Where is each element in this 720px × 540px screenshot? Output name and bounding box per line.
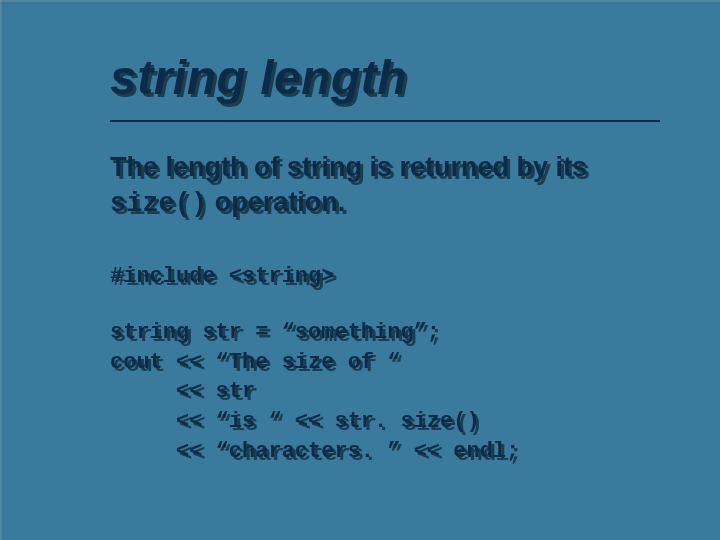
code-block: #include <string> string str = “somethin… bbox=[110, 262, 660, 466]
slide: string length The length of string is re… bbox=[0, 0, 720, 540]
body-period: . bbox=[338, 187, 346, 217]
code-line-5: << “characters. ” << endl; bbox=[110, 439, 519, 464]
body-text-1: The length of string is returned by its bbox=[110, 152, 587, 182]
code-line-3: << str bbox=[110, 379, 255, 404]
body-code-inline: size() bbox=[110, 189, 207, 219]
body-text-2: operation bbox=[207, 187, 338, 217]
code-line-1: string str = “something”; bbox=[110, 320, 440, 345]
slide-title: string length bbox=[110, 50, 660, 105]
body-paragraph: The length of string is returned by its … bbox=[110, 150, 660, 222]
code-line-2: cout << “The size of “ bbox=[110, 350, 400, 375]
slide-content: string length The length of string is re… bbox=[0, 0, 720, 466]
bevel-left bbox=[0, 0, 4, 540]
title-divider bbox=[110, 120, 660, 122]
code-gap bbox=[110, 292, 660, 318]
code-include: #include <string> bbox=[110, 264, 334, 289]
bevel-top bbox=[0, 0, 720, 4]
code-line-4: << “is “ << str. size() bbox=[110, 409, 480, 434]
